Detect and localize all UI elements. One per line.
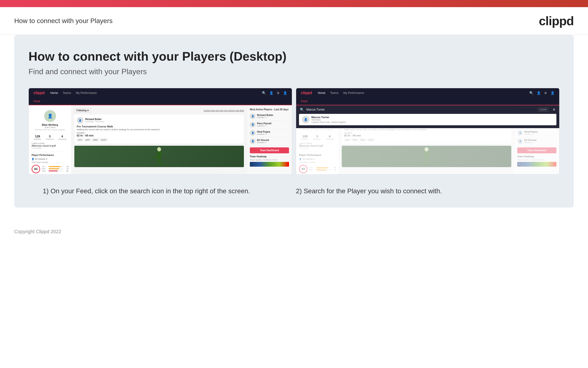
control-link-1[interactable]: Control who can see your activity and da… (203, 109, 244, 112)
feed-tab-item-2[interactable]: Feed (301, 98, 307, 105)
player-select-1[interactable]: 👤 Eli Vincent ▾ (32, 158, 68, 160)
captions-row: 1) On your Feed, click on the search ico… (28, 175, 560, 208)
main-content: How to connect with your Players (Deskto… (0, 35, 588, 222)
score-bars-1: OTT 79 APP 70 (42, 166, 68, 172)
hero-subtitle: Find and connect with your Players (28, 67, 560, 76)
search-icon-2[interactable]: 🔍 (529, 91, 533, 95)
nav-home-1[interactable]: Home (50, 91, 58, 95)
bar-app-1: APP 70 (42, 168, 68, 170)
chevron-down-icon-feed-1: ▾ (88, 109, 88, 112)
feed-tab-2: Feed (296, 98, 559, 105)
nav-teams-2[interactable]: Teams (330, 91, 338, 95)
nav-myperformance-1[interactable]: My Performance (76, 91, 97, 95)
caption-text-2: 2) Search for the Player you wish to con… (296, 186, 545, 196)
most-active-title-1: Most Active Players - Last 30 days (250, 108, 289, 111)
tag-app-1: APP (84, 138, 91, 141)
search-query-text[interactable]: Marcus Turner (306, 108, 535, 111)
caption-1: 1) On your Feed, click on the search ico… (43, 186, 292, 196)
search-result-meta1: Yesterday (311, 119, 346, 121)
screenshot-1: clippd Home Teams My Performance 🔍 👤 ⚙ 👤 (28, 88, 292, 175)
nav-teams-1[interactable]: Teams (63, 91, 71, 95)
left-panel-1: 👤 Blair McHarg Golf Coach Mill Ride Golf… (29, 105, 71, 174)
screenshot-2: clippd Home Teams My Performance 🔍 👤 ⚙ 👤 (296, 88, 560, 175)
profile-section-1: 👤 Blair McHarg Golf Coach Mill Ride Golf… (32, 108, 68, 133)
player-avatar-select-1: 👤 (32, 158, 34, 160)
search-overlay-2: 🔍 Marcus Turner CLEAR ✕ 👤 Marcus Turner … (296, 105, 559, 128)
footer: Copyright Clippd 2022 (0, 222, 588, 241)
tag-arg-1: ARG (92, 138, 99, 141)
player-item-0: 👤 Richard Butler Activities: 7 (250, 112, 289, 120)
user-icon-2[interactable]: 👤 (537, 91, 541, 95)
team-heatmap-title-1: Team Heatmap (250, 155, 289, 158)
app-nav-logo-2: clippd (301, 91, 312, 95)
screenshots-row: clippd Home Teams My Performance 🔍 👤 ⚙ 👤 (28, 88, 560, 175)
settings-icon-1[interactable]: ⚙ (277, 91, 280, 95)
svg-point-0 (157, 147, 161, 151)
profile-club-1: Mill Ride Golf Club, United Kingdom (32, 129, 68, 131)
latest-activity-1: Latest Activity Afternoon round of golf … (32, 142, 68, 149)
middle-panel-1: Following ▾ Control who can see your act… (71, 105, 247, 174)
quality-score-1: 84 OTT 79 APP (32, 165, 68, 173)
tag-putt-1: PUTT (100, 138, 108, 141)
right-panel-1: Most Active Players - Last 30 days 👤 Ric… (247, 105, 292, 174)
feed-tab-1: Feed (29, 98, 292, 105)
top-bar (0, 0, 588, 7)
score-circle-1: 84 (32, 165, 40, 173)
golfer-svg-1 (145, 146, 173, 167)
close-search-button[interactable]: ✕ (553, 108, 555, 111)
profile-name-1: Blair McHarg (32, 123, 68, 126)
svg-line-4 (159, 158, 161, 165)
following-row-1: Following ▾ Control who can see your act… (74, 108, 244, 113)
clear-button[interactable]: CLEAR (538, 108, 548, 111)
player-avatar-0: 👤 (250, 113, 255, 119)
logo: clippd (539, 14, 574, 28)
svg-line-9 (427, 158, 428, 165)
feed-tab-item-1[interactable]: Feed (34, 98, 40, 105)
settings-icon-2[interactable]: ⚙ (544, 91, 547, 95)
app-nav-1: clippd Home Teams My Performance 🔍 👤 ⚙ 👤 (29, 88, 292, 98)
player-list-1: 👤 Richard Butler Activities: 7 👤 (250, 112, 289, 146)
stats-row-2: 129 Activities 3 Followers 4 (299, 135, 336, 140)
header: How to connect with your Players clippd (0, 7, 588, 35)
player-avatar-2: 👤 (250, 130, 255, 136)
user-icon-1[interactable]: 👤 (269, 91, 273, 95)
caption-2: 2) Search for the Player you wish to con… (296, 186, 545, 196)
player-item-1: 👤 Piers Parnell Activities: 4 (250, 120, 289, 129)
nav-right-2: 🔍 👤 ⚙ 👤 (529, 91, 554, 95)
chevron-down-icon-1: ▾ (46, 158, 47, 160)
activity-card-1: 👤 Richard Butler Yesterday · The Grove P… (74, 115, 244, 144)
avatar-icon-1[interactable]: 👤 (283, 91, 287, 95)
search-icon-1[interactable]: 🔍 (262, 91, 266, 95)
activity-photo-1 (74, 146, 244, 167)
profile-role-1: Golf Coach (32, 126, 68, 129)
activity-user-1: 👤 Richard Butler Yesterday · The Grove (77, 117, 242, 124)
nav-myperformance-2[interactable]: My Performance (343, 91, 364, 95)
nav-items-1: Home Teams My Performance (50, 91, 97, 95)
following-btn-1[interactable]: Following ▾ (74, 108, 91, 113)
tag-ott-1: OTT (77, 138, 83, 141)
app-content-wrapper-2: 🔍 Marcus Turner CLEAR ✕ 👤 Marcus Turner … (296, 105, 559, 174)
nav-items-2: Home Teams My Performance (318, 91, 364, 95)
nav-home-2[interactable]: Home (318, 91, 325, 95)
svg-point-5 (425, 147, 428, 151)
mock-browser-2: clippd Home Teams My Performance 🔍 👤 ⚙ 👤 (296, 88, 560, 175)
search-result-meta2: Cypress Point Club, United Kingdom (311, 121, 346, 123)
search-result-avatar: 👤 (302, 116, 309, 123)
team-dashboard-btn-1[interactable]: Team Dashboard (250, 147, 289, 153)
golfer-svg-2 (412, 146, 441, 167)
search-result-dropdown[interactable]: 👤 Marcus Turner Yesterday Cypress Point … (299, 114, 556, 125)
bar-ott-1: OTT 79 (42, 166, 68, 168)
stats-row-1: 129 Activities 3 Followers 4 Following (32, 135, 68, 140)
heatmap-bar-1 (250, 162, 289, 167)
activity-dur-1: Duration 02 hr : 00 min (77, 132, 242, 137)
bar-arg-1: ARG 61 (42, 170, 68, 172)
copyright-text: Copyright Clippd 2022 (14, 229, 61, 234)
player-avatar-1: 👤 (250, 122, 255, 128)
caption-text-1: 1) On your Feed, click on the search ico… (43, 186, 292, 196)
avatar-icon-2[interactable]: 👤 (551, 91, 554, 95)
activity-avatar-1: 👤 (77, 117, 83, 124)
search-icon-overlay: 🔍 (300, 108, 304, 111)
hero-section: How to connect with your Players (Deskto… (14, 35, 574, 208)
player-item-2: 👤 Hiral Pujara Activities: 3 (250, 129, 289, 137)
app-nav-2: clippd Home Teams My Performance 🔍 👤 ⚙ 👤 (296, 88, 559, 98)
